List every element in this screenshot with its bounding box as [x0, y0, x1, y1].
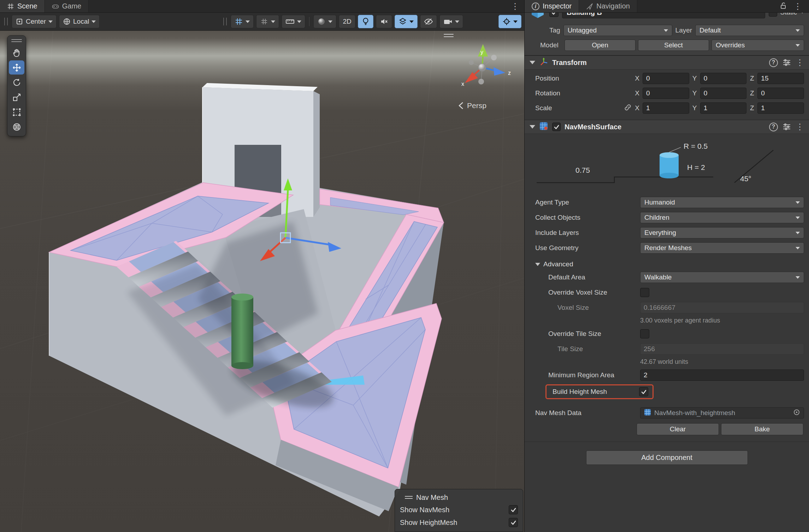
navmesh-display-overlay: Nav Mesh Show NavMesh Show HeightMesh	[395, 489, 523, 532]
nav-mesh-data-row: Nav Mesh Data NavMesh-with_heightmesh	[530, 407, 804, 419]
object-picker-icon[interactable]	[793, 409, 800, 418]
include-layers-dropdown[interactable]: Everything	[640, 227, 804, 238]
override-voxel-size-checkbox[interactable]	[640, 288, 649, 297]
scene-tabbar: Scene Game ⋮	[0, 0, 524, 13]
layer-dropdown[interactable]: Default	[695, 25, 804, 36]
gizmos-toggle-dropdown[interactable]	[498, 15, 521, 28]
rotation-y-field[interactable]: 0	[700, 88, 747, 99]
component-menu-icon[interactable]: ⋮	[796, 58, 804, 67]
lighting-toggle-button[interactable]	[358, 15, 373, 28]
navmeshsurface-header[interactable]: NavMeshSurface ? ⋮	[525, 120, 809, 134]
grid-visibility-dropdown[interactable]	[231, 15, 254, 28]
build-height-mesh-checkbox[interactable]	[639, 387, 648, 396]
scale-y-field[interactable]: 1	[700, 102, 747, 114]
effects-dropdown[interactable]	[395, 15, 418, 28]
position-z-field[interactable]: 15	[757, 73, 804, 84]
transform-tool-button[interactable]	[9, 120, 24, 134]
nav-mesh-data-field[interactable]: NavMesh-with_heightmesh	[640, 407, 804, 419]
collect-objects-row: Collect Objects Children	[530, 212, 804, 224]
scene-visibility-button[interactable]	[420, 15, 437, 28]
component-menu-icon[interactable]: ⋮	[796, 122, 804, 132]
measure-tool-dropdown[interactable]	[282, 15, 305, 28]
tab-navigation[interactable]: Navigation	[579, 0, 637, 12]
agent-diagram: R = 0.5 H = 2 0.75 45°	[530, 139, 804, 193]
tab-label: Navigation	[596, 2, 630, 10]
bake-button[interactable]: Bake	[721, 423, 803, 435]
transform-combined-icon	[12, 122, 22, 132]
palette-drag-handle[interactable]	[11, 38, 22, 43]
override-voxel-size-row: Override Voxel Size	[530, 286, 804, 298]
scene-tab-menu-icon[interactable]: ⋮	[506, 0, 524, 12]
model-select-button[interactable]: Select	[638, 40, 709, 51]
chevron-down-icon	[246, 20, 250, 23]
collect-objects-dropdown[interactable]: Children	[640, 212, 804, 223]
help-icon[interactable]: ?	[769, 58, 778, 67]
tag-dropdown[interactable]: Untagged	[563, 25, 672, 36]
voxel-size-helper: 3.00 voxels per agent radius	[530, 317, 804, 324]
audio-mute-button[interactable]	[376, 15, 392, 28]
position-y-field[interactable]: 0	[700, 73, 747, 84]
projection-label: Persp	[467, 101, 486, 110]
scene-viewport[interactable]: y x z Persp	[0, 31, 524, 532]
scale-row: Scale X 1 Y 1 Z 1	[530, 102, 804, 114]
inspector-panel: i Inspector Navigation ⋮ Building B	[524, 0, 809, 532]
tab-inspector[interactable]: i Inspector	[525, 0, 579, 12]
preset-icon[interactable]	[783, 123, 791, 131]
transform-icon	[539, 57, 548, 68]
tab-scene[interactable]: Scene	[0, 0, 45, 12]
pivot-mode-dropdown[interactable]: Center	[12, 15, 57, 28]
help-icon[interactable]: ?	[769, 123, 778, 131]
chevron-down-icon	[796, 232, 800, 234]
preset-icon[interactable]	[783, 59, 791, 66]
position-x-field[interactable]: 0	[643, 73, 689, 84]
advanced-foldout[interactable]: Advanced	[530, 260, 804, 268]
chevron-down-icon	[271, 20, 275, 23]
rotation-x-field[interactable]: 0	[643, 88, 689, 99]
rect-tool-button[interactable]	[9, 105, 24, 119]
show-navmesh-checkbox[interactable]	[509, 505, 518, 514]
toolbar-drag-handle[interactable]	[223, 18, 227, 25]
move-tool-button[interactable]	[9, 60, 24, 75]
tab-game[interactable]: Game	[45, 0, 89, 12]
add-component-button[interactable]: Add Component	[586, 450, 748, 465]
grid-snapping-dropdown[interactable]	[256, 15, 279, 28]
lock-icon[interactable]	[779, 2, 787, 11]
lightbulb-icon	[362, 17, 370, 26]
foldout-icon[interactable]	[530, 61, 535, 64]
axis-z-label: z	[508, 70, 511, 76]
uniform-scale-link-icon[interactable]	[624, 104, 632, 113]
foldout-icon[interactable]	[530, 125, 535, 129]
rotation-z-field[interactable]: 0	[757, 88, 804, 99]
handle-rotation-dropdown[interactable]: Local	[59, 15, 100, 28]
toolbar-drag-handle[interactable]	[4, 18, 8, 25]
component-enabled-checkbox[interactable]	[552, 123, 561, 131]
navigation-icon	[586, 3, 593, 10]
show-heightmesh-checkbox[interactable]	[509, 518, 518, 527]
overlay-drag-handle[interactable]	[444, 34, 454, 37]
grid-icon	[235, 17, 243, 26]
camera-settings-dropdown[interactable]	[439, 15, 463, 28]
shading-mode-dropdown[interactable]	[313, 15, 336, 28]
override-tile-size-checkbox[interactable]	[640, 329, 649, 338]
2d-toggle-button[interactable]: 2D	[339, 15, 355, 28]
model-open-button[interactable]: Open	[565, 40, 636, 51]
minimum-region-area-field[interactable]: 2	[640, 370, 804, 381]
scale-tool-button[interactable]	[9, 90, 24, 104]
ruler-icon	[285, 17, 295, 26]
inspector-menu-icon[interactable]: ⋮	[789, 1, 807, 11]
transform-header[interactable]: Transform ? ⋮	[525, 55, 809, 70]
view-hand-tool-button[interactable]	[9, 46, 24, 60]
scale-x-field[interactable]: 1	[643, 102, 689, 114]
rotate-tool-button[interactable]	[9, 75, 24, 89]
overrides-dropdown[interactable]: Overrides	[711, 40, 804, 51]
use-geometry-row: Use Geometry Render Meshes	[530, 242, 804, 254]
use-geometry-dropdown[interactable]: Render Meshes	[640, 242, 804, 254]
chevron-down-icon	[796, 29, 800, 32]
scale-z-field[interactable]: 1	[757, 102, 804, 114]
transform-body: Position X 0 Y 0 Z 15 Rotation X 0 Y 0 Z…	[525, 72, 809, 114]
agent-type-dropdown[interactable]: Humanoid	[640, 197, 804, 208]
chevron-down-icon	[328, 20, 332, 23]
clear-button[interactable]: Clear	[637, 423, 719, 435]
overlay-menu-icon[interactable]	[405, 496, 413, 499]
default-area-dropdown[interactable]: Walkable	[640, 272, 804, 283]
